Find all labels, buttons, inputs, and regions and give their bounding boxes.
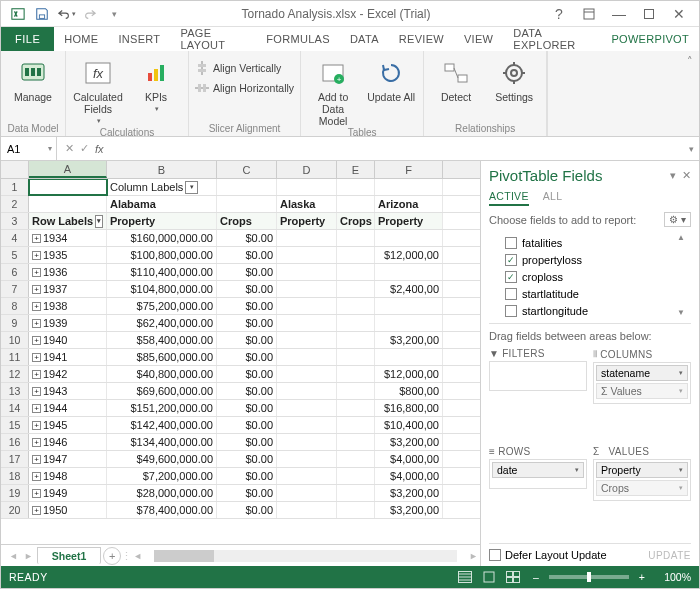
cell[interactable]: [337, 281, 375, 297]
cell[interactable]: +1935: [29, 247, 107, 263]
field-item-startlatitude[interactable]: startlatitude: [505, 288, 691, 300]
cell[interactable]: +1937: [29, 281, 107, 297]
zoom-percent[interactable]: 100%: [655, 571, 691, 583]
update-all-button[interactable]: Update All: [365, 55, 417, 103]
pill-property[interactable]: Property▾: [596, 462, 688, 478]
help-icon[interactable]: ?: [547, 3, 571, 25]
expand-icon[interactable]: +: [32, 268, 41, 277]
expand-icon[interactable]: +: [32, 489, 41, 498]
align-vertically-button[interactable]: Align Vertically: [195, 59, 294, 77]
expand-icon[interactable]: +: [32, 251, 41, 260]
cell[interactable]: [277, 434, 337, 450]
cell[interactable]: Property: [277, 213, 337, 229]
collapse-ribbon-icon[interactable]: ˄: [687, 55, 693, 68]
expand-icon[interactable]: +: [32, 234, 41, 243]
cell[interactable]: $3,200,00: [375, 485, 443, 501]
checkbox-icon[interactable]: [505, 271, 517, 283]
cell[interactable]: [337, 383, 375, 399]
cell[interactable]: Crops: [217, 213, 277, 229]
horizontal-scrollbar[interactable]: [144, 549, 467, 563]
tab-data[interactable]: DATA: [340, 27, 389, 51]
cell[interactable]: [375, 349, 443, 365]
row-header[interactable]: 1: [1, 179, 29, 195]
row-header[interactable]: 14: [1, 400, 29, 416]
expand-icon[interactable]: +: [32, 285, 41, 294]
cell[interactable]: $0.00: [217, 417, 277, 433]
cell[interactable]: $0.00: [217, 366, 277, 382]
row-header[interactable]: 2: [1, 196, 29, 212]
save-icon[interactable]: [31, 3, 53, 25]
expand-icon[interactable]: +: [32, 319, 41, 328]
cell[interactable]: [277, 502, 337, 518]
expand-icon[interactable]: +: [32, 370, 41, 379]
add-to-data-model-button[interactable]: + Add to Data Model: [307, 55, 359, 127]
formula-input[interactable]: [112, 143, 683, 155]
row-header[interactable]: 16: [1, 434, 29, 450]
cell[interactable]: $0.00: [217, 264, 277, 280]
cell[interactable]: $0.00: [217, 349, 277, 365]
values-area[interactable]: Σ VALUES Property▾ Crops▾: [593, 446, 691, 539]
filter-dropdown-icon[interactable]: ▾: [95, 215, 103, 228]
checkbox-icon[interactable]: [505, 288, 517, 300]
cell[interactable]: $0.00: [217, 332, 277, 348]
cell[interactable]: $104,800,000.00: [107, 281, 217, 297]
cell[interactable]: [375, 298, 443, 314]
expand-icon[interactable]: +: [32, 438, 41, 447]
cell[interactable]: [337, 247, 375, 263]
cell[interactable]: +1949: [29, 485, 107, 501]
cell[interactable]: [337, 434, 375, 450]
cell[interactable]: $62,400,000.00: [107, 315, 217, 331]
field-item-croploss[interactable]: croploss: [505, 271, 691, 283]
field-scroll-up-icon[interactable]: ▲: [677, 233, 691, 242]
cell[interactable]: +1943: [29, 383, 107, 399]
expand-icon[interactable]: +: [32, 353, 41, 362]
maximize-icon[interactable]: [637, 3, 661, 25]
tab-page-layout[interactable]: PAGE LAYOUT: [170, 27, 256, 51]
cell[interactable]: [375, 315, 443, 331]
zoom-out-icon[interactable]: –: [533, 571, 539, 583]
row-header[interactable]: 11: [1, 349, 29, 365]
tab-data-explorer[interactable]: DATA EXPLORER: [503, 27, 601, 51]
undo-icon[interactable]: ▾: [55, 3, 77, 25]
cell[interactable]: [337, 298, 375, 314]
cell[interactable]: [277, 417, 337, 433]
field-list-gear-icon[interactable]: ⚙ ▾: [664, 212, 691, 227]
cell[interactable]: [29, 179, 107, 195]
sheet-scroll-right-icon[interactable]: ►: [22, 551, 35, 561]
pill-sigma-values[interactable]: Σ Values▾: [596, 383, 688, 399]
settings-button[interactable]: Settings: [488, 55, 540, 103]
cell[interactable]: $85,600,000.00: [107, 349, 217, 365]
cell[interactable]: [337, 230, 375, 246]
cell[interactable]: [277, 315, 337, 331]
ribbon-display-icon[interactable]: [577, 3, 601, 25]
col-header-e[interactable]: E: [337, 161, 375, 178]
cell[interactable]: $142,400,000.00: [107, 417, 217, 433]
columns-area[interactable]: ⦀COLUMNS statename▾ Σ Values▾: [593, 348, 691, 442]
cell[interactable]: [217, 196, 277, 212]
col-header-d[interactable]: D: [277, 161, 337, 178]
sheet-scroll-left-icon[interactable]: ◄: [7, 551, 20, 561]
row-header[interactable]: 6: [1, 264, 29, 280]
cell[interactable]: [337, 196, 375, 212]
expand-icon[interactable]: +: [32, 472, 41, 481]
pill-crops[interactable]: Crops▾: [596, 480, 688, 496]
cell[interactable]: [277, 349, 337, 365]
excel-icon[interactable]: [7, 3, 29, 25]
row-header[interactable]: 18: [1, 468, 29, 484]
cell[interactable]: $49,600,000.00: [107, 451, 217, 467]
cell[interactable]: [337, 451, 375, 467]
cell[interactable]: [337, 366, 375, 382]
pill-statename[interactable]: statename▾: [596, 365, 688, 381]
expand-icon[interactable]: +: [32, 387, 41, 396]
cell[interactable]: [337, 485, 375, 501]
cell[interactable]: +1948: [29, 468, 107, 484]
tab-powerpivot[interactable]: POWERPIVOT: [601, 27, 699, 51]
cell[interactable]: $69,600,000.00: [107, 383, 217, 399]
calculated-fields-button[interactable]: fx Calculated Fields▾: [72, 55, 124, 127]
expand-icon[interactable]: +: [32, 404, 41, 413]
cell[interactable]: $0.00: [217, 315, 277, 331]
field-scroll-down-icon[interactable]: ▼: [677, 308, 691, 317]
close-icon[interactable]: ✕: [667, 3, 691, 25]
hscroll-thumb[interactable]: [154, 550, 214, 562]
cell[interactable]: $0.00: [217, 451, 277, 467]
